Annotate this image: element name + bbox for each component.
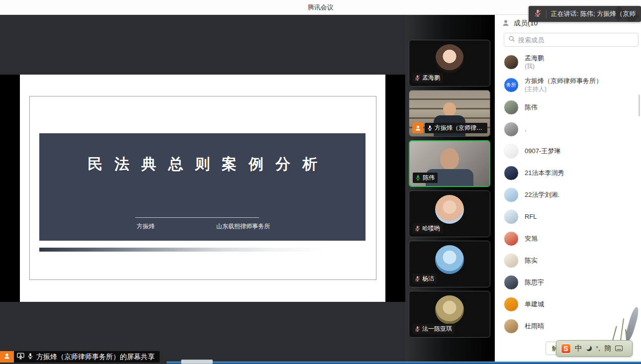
member-row[interactable]: 务所方振烽（京师律师事务所）(主持人) <box>495 74 641 96</box>
ime-chinese-mode-button[interactable]: 中 <box>575 344 582 353</box>
screen-share-stage: 民法典总则案例分析 方振烽 山东载熙律师事务所 <box>0 15 405 364</box>
sogou-logo-icon[interactable]: S <box>561 344 571 354</box>
slide-gradient-bar <box>39 248 366 252</box>
members-panel: 成员(10 孟海鹏(我)务所方振烽（京师律师事务所）(主持人)陈伟.0907-王… <box>495 15 641 364</box>
member-role: (我) <box>525 62 544 70</box>
participant-name: 哈喽哟 <box>422 224 440 233</box>
member-avatar <box>504 144 519 159</box>
member-list-scrollbar[interactable] <box>639 94 640 116</box>
member-avatar <box>504 166 519 181</box>
member-row[interactable]: 杜雨晴 <box>495 315 641 337</box>
screen-share-indicator: 方振烽（京师律师事务所）的屏幕共享 <box>0 351 160 363</box>
member-name: 方振烽（京师律师事务所） <box>525 77 602 85</box>
screen-share-icon <box>17 353 24 361</box>
video-tile[interactable]: 法一陈亚琪 <box>409 291 490 338</box>
member-avatar <box>504 100 519 115</box>
member-name: RFL <box>525 213 537 221</box>
participant-name-tag: 孟海鹏 <box>412 73 443 83</box>
video-tile[interactable]: 方振烽（京师律师事… <box>409 90 490 137</box>
ime-keyboard-icon[interactable] <box>615 346 623 351</box>
speaking-toast-text: 正在讲话: 陈伟; 方振烽（京师… <box>551 9 636 18</box>
participant-name: 法一陈亚琪 <box>422 325 452 333</box>
member-avatar <box>504 209 519 224</box>
member-row[interactable]: 安旭 <box>495 228 641 250</box>
participant-name-tag: 方振烽（京师律师事… <box>425 123 487 133</box>
participant-avatar <box>435 245 464 274</box>
slide-title: 民法典总则案例分析 <box>39 133 366 175</box>
slide-title-block: 民法典总则案例分析 方振烽 山东载熙律师事务所 <box>39 133 366 241</box>
window-title: 腾讯会议 <box>308 3 334 12</box>
mic-on-icon <box>427 125 433 131</box>
member-search-box[interactable] <box>504 33 639 47</box>
member-name: 陈伟 <box>525 103 538 111</box>
mic-muted-icon <box>414 225 421 232</box>
search-icon <box>508 35 515 44</box>
participant-name: 陈伟 <box>423 174 435 182</box>
member-row[interactable]: 陈伟 <box>495 96 641 118</box>
taskbar-edge[interactable] <box>167 362 641 364</box>
participant-name: 杨洁 <box>422 274 434 283</box>
member-avatar <box>504 275 519 290</box>
member-row[interactable]: 陈思宇 <box>495 272 641 293</box>
participant-name-tag: 陈伟 <box>413 173 438 183</box>
member-name: 杜雨晴 <box>525 322 544 330</box>
member-name: 孟海鹏 <box>525 54 544 62</box>
sharing-badge <box>412 122 423 133</box>
video-tile[interactable]: 哈喽哟 <box>409 190 490 237</box>
member-name: 单建城 <box>525 300 544 308</box>
member-row[interactable]: 21法本李润秀 <box>495 162 641 184</box>
mic-on-icon <box>27 353 34 361</box>
member-row[interactable]: RFL <box>495 206 641 228</box>
member-avatar <box>504 253 519 268</box>
member-list: 孟海鹏(我)务所方振烽（京师律师事务所）(主持人)陈伟.0907-王梦琳21法本… <box>495 51 641 337</box>
member-row[interactable]: 陈实 <box>495 250 641 272</box>
ime-punctuation-button[interactable]: °, <box>596 345 600 352</box>
tencent-meeting-window: 腾讯会议 民法典总则案例分析 方振烽 山东载熙律师事务所 方振烽（京师律师事务所… <box>0 0 641 364</box>
video-tile[interactable]: 孟海鹏 <box>409 40 490 87</box>
member-avatar <box>504 55 519 70</box>
video-tile[interactable]: 杨洁 <box>409 241 490 287</box>
member-row[interactable]: . <box>495 118 641 140</box>
mic-muted-icon <box>414 75 421 81</box>
member-row[interactable]: 22法学刘湘. <box>495 184 641 206</box>
participant-name-tag: 哈喽哟 <box>412 223 443 234</box>
member-avatar <box>504 122 519 137</box>
member-name: 21法本李润秀 <box>525 169 564 177</box>
participant-name-tag: 杨洁 <box>412 273 437 284</box>
shared-slide: 民法典总则案例分析 方振烽 山东载熙律师事务所 <box>20 75 385 302</box>
member-row[interactable]: 单建城 <box>495 293 641 315</box>
ime-simplified-button[interactable]: 簡 <box>604 344 611 353</box>
sogou-ime-toolbar[interactable]: S 中 °, 簡 <box>556 340 633 357</box>
member-row[interactable]: 孟海鹏(我) <box>495 51 641 74</box>
taskbar-tab[interactable] <box>181 360 213 364</box>
share-person-badge <box>0 351 14 363</box>
member-avatar <box>504 187 519 202</box>
participant-avatar <box>435 44 464 73</box>
member-row[interactable]: 0907-王梦琳 <box>495 140 641 162</box>
participant-avatar <box>435 195 464 224</box>
member-name: 陈实 <box>525 257 538 265</box>
member-name: 0907-王梦琳 <box>525 147 560 155</box>
member-name: 安旭 <box>525 235 538 243</box>
participant-name: 方振烽（京师律师事… <box>435 124 484 132</box>
mic-muted-icon <box>414 326 421 332</box>
mic-muted-icon <box>534 9 542 19</box>
toast-divider <box>546 9 547 18</box>
video-tile[interactable]: 陈伟 <box>409 140 490 187</box>
slide-firm-name: 山东载熙律师事务所 <box>216 222 270 231</box>
slide-presenter-name: 方振烽 <box>137 222 155 231</box>
search-input[interactable] <box>518 36 638 44</box>
member-name: . <box>525 125 527 133</box>
mic-speaking-icon <box>415 175 421 181</box>
member-name: 22法学刘湘. <box>525 191 559 199</box>
slide-divider-line <box>135 217 259 218</box>
member-role: (主持人) <box>525 85 602 93</box>
participant-avatar <box>435 295 464 324</box>
person-icon <box>3 353 10 362</box>
participant-name: 孟海鹏 <box>422 74 440 82</box>
share-indicator-text: 方振烽（京师律师事务所）的屏幕共享 <box>36 353 155 362</box>
ime-fullwidth-moon-icon[interactable] <box>586 346 592 351</box>
member-avatar: 务所 <box>504 78 519 92</box>
member-avatar <box>504 297 519 312</box>
member-avatar <box>504 231 519 246</box>
